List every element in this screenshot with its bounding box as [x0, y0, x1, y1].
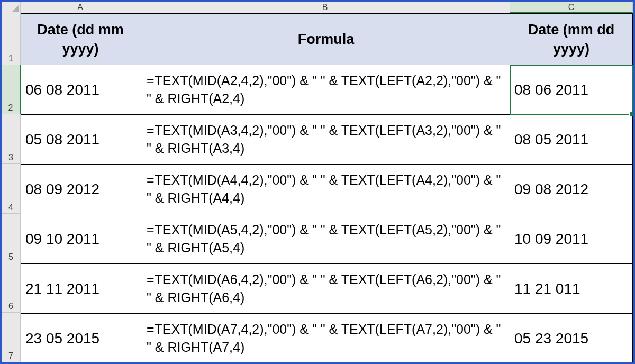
header-label-a: Date (dd mm yyyy) — [25, 20, 135, 59]
cell-value: 08 09 2012 — [25, 179, 135, 199]
row-header-4[interactable]: 4 — [2, 164, 21, 214]
cell-b1[interactable]: Formula — [140, 13, 510, 65]
cell-value: 10 09 2011 — [514, 229, 628, 249]
row-header-6[interactable]: 6 — [2, 263, 21, 313]
table-row: 08 09 2012 =TEXT(MID(A4,4,2),"00") & " "… — [21, 165, 633, 214]
cell-b6[interactable]: =TEXT(MID(A6,4,2),"00") & " " & TEXT(LEF… — [140, 264, 510, 314]
cell-value: 06 08 2011 — [25, 80, 135, 100]
table-row: 06 08 2011 =TEXT(MID(A2,4,2),"00") & " "… — [21, 65, 633, 115]
cell-b7[interactable]: =TEXT(MID(A7,4,2),"00") & " " & TEXT(LEF… — [140, 314, 510, 363]
col-header-c[interactable]: C — [510, 2, 633, 13]
column-headers: A B C — [21, 2, 633, 13]
cell-c6[interactable]: 11 21 011 — [510, 264, 633, 314]
cell-value: =TEXT(MID(A4,4,2),"00") & " " & TEXT(LEF… — [144, 171, 505, 207]
cell-a4[interactable]: 08 09 2012 — [21, 165, 140, 214]
cell-a6[interactable]: 21 11 2011 — [21, 264, 140, 314]
col-header-b[interactable]: B — [140, 2, 510, 13]
cell-a2[interactable]: 06 08 2011 — [21, 65, 140, 115]
cell-value: 21 11 2011 — [25, 279, 135, 299]
cell-b3[interactable]: =TEXT(MID(A3,4,2),"00") & " " & TEXT(LEF… — [140, 115, 510, 165]
cell-value: 05 08 2011 — [25, 130, 135, 150]
cell-c2[interactable]: 08 06 2011 — [510, 65, 633, 115]
table-row: 21 11 2011 =TEXT(MID(A6,4,2),"00") & " "… — [21, 264, 633, 314]
cell-value: =TEXT(MID(A2,4,2),"00") & " " & TEXT(LEF… — [144, 72, 505, 108]
col-header-a[interactable]: A — [21, 2, 140, 13]
cell-c1[interactable]: Date (mm dd yyyy) — [510, 13, 633, 65]
cell-value: 11 21 011 — [514, 279, 628, 299]
cell-c5[interactable]: 10 09 2011 — [510, 214, 633, 264]
cell-b4[interactable]: =TEXT(MID(A4,4,2),"00") & " " & TEXT(LEF… — [140, 165, 510, 214]
table-row: 23 05 2015 =TEXT(MID(A7,4,2),"00") & " "… — [21, 314, 633, 363]
row-headers: 1 2 3 4 5 6 7 — [2, 13, 21, 362]
cell-value: =TEXT(MID(A3,4,2),"00") & " " & TEXT(LEF… — [144, 122, 505, 158]
cell-value: =TEXT(MID(A7,4,2),"00") & " " & TEXT(LEF… — [144, 321, 505, 357]
cell-b2[interactable]: =TEXT(MID(A2,4,2),"00") & " " & TEXT(LEF… — [140, 65, 510, 115]
table-row: 09 10 2011 =TEXT(MID(A5,4,2),"00") & " "… — [21, 214, 633, 264]
table-header-row: Date (dd mm yyyy) Formula Date (mm dd yy… — [21, 13, 633, 65]
select-all-corner[interactable] — [2, 2, 21, 13]
cell-a5[interactable]: 09 10 2011 — [21, 214, 140, 264]
cell-c7[interactable]: 05 23 2015 — [510, 314, 633, 363]
cell-value: 05 23 2015 — [514, 329, 628, 349]
row-header-2[interactable]: 2 — [2, 65, 21, 115]
cell-a1[interactable]: Date (dd mm yyyy) — [21, 13, 140, 65]
cell-value: =TEXT(MID(A6,4,2),"00") & " " & TEXT(LEF… — [144, 271, 505, 307]
row-header-1[interactable]: 1 — [2, 13, 21, 65]
row-header-7[interactable]: 7 — [2, 313, 21, 362]
cell-value: 09 08 2012 — [514, 179, 628, 199]
cell-value: 23 05 2015 — [25, 329, 135, 349]
spreadsheet: A B C 1 2 3 4 5 6 7 Date (dd mm yyyy) Fo… — [2, 2, 633, 362]
cell-c4[interactable]: 09 08 2012 — [510, 165, 633, 214]
table-row: 05 08 2011 =TEXT(MID(A3,4,2),"00") & " "… — [21, 115, 633, 165]
cell-a7[interactable]: 23 05 2015 — [21, 314, 140, 363]
cell-value: 08 05 2011 — [514, 130, 628, 150]
cell-c3[interactable]: 08 05 2011 — [510, 115, 633, 165]
header-label-c: Date (mm dd yyyy) — [514, 20, 628, 59]
cell-grid: Date (dd mm yyyy) Formula Date (mm dd yy… — [21, 13, 633, 362]
header-label-b: Formula — [144, 30, 505, 49]
row-header-3[interactable]: 3 — [2, 114, 21, 164]
cell-a3[interactable]: 05 08 2011 — [21, 115, 140, 165]
cell-value: =TEXT(MID(A5,4,2),"00") & " " & TEXT(LEF… — [144, 221, 505, 257]
cell-b5[interactable]: =TEXT(MID(A5,4,2),"00") & " " & TEXT(LEF… — [140, 214, 510, 264]
row-header-5[interactable]: 5 — [2, 214, 21, 263]
cell-value: 09 10 2011 — [25, 229, 135, 249]
cell-value: 08 06 2011 — [514, 80, 628, 100]
